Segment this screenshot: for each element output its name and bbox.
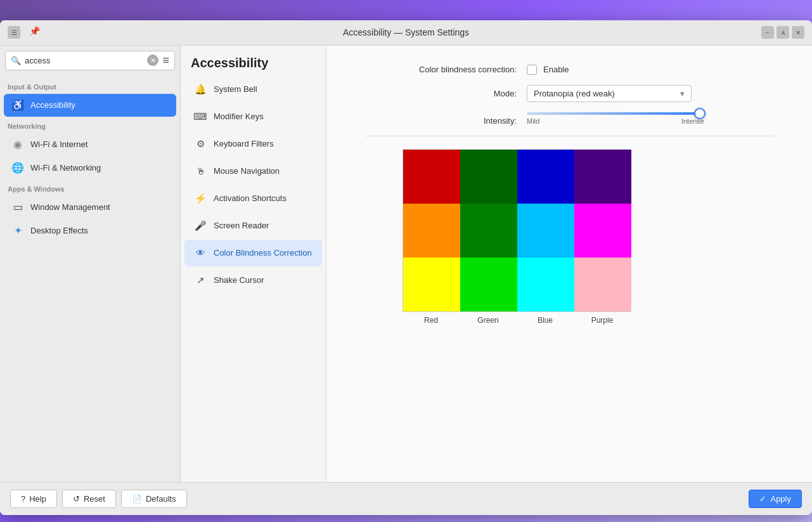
reset-button[interactable]: ↺ Reset bbox=[62, 490, 116, 508]
sidebar-item-accessibility[interactable]: ♿ Accessibility bbox=[4, 94, 176, 117]
middle-item-system-bell-label: System Bell bbox=[214, 84, 257, 94]
color-label-purple: Purple bbox=[574, 316, 631, 325]
accessibility-icon: ♿ bbox=[11, 99, 24, 112]
color-cell-blue-1 bbox=[517, 150, 574, 204]
color-cell-green-3 bbox=[460, 258, 517, 311]
slider-labels: Mild Intense bbox=[527, 117, 704, 125]
desktop-effects-icon: ✦ bbox=[11, 225, 24, 237]
sidebar-item-desktop-effects-label: Desktop Effects bbox=[30, 226, 88, 235]
color-cell-red-3 bbox=[403, 258, 460, 311]
intensity-slider[interactable] bbox=[527, 112, 704, 115]
middle-item-keyboard-filters[interactable]: ⚙ Keyboard Filters bbox=[184, 131, 322, 157]
color-blindness-correction-row: Color blindness correction: Enable bbox=[364, 65, 774, 75]
mode-label: Mode: bbox=[364, 89, 517, 98]
enable-checkbox[interactable] bbox=[527, 65, 537, 75]
color-cell-blue-3 bbox=[517, 258, 574, 311]
middle-item-mouse-navigation-label: Mouse Navigation bbox=[214, 166, 280, 176]
nav-section-networking: Networking bbox=[0, 117, 180, 133]
apply-icon: ✓ bbox=[759, 494, 766, 504]
sidebar-item-desktop-effects[interactable]: ✦ Desktop Effects bbox=[4, 219, 176, 242]
system-bell-icon: 🔔 bbox=[193, 82, 207, 96]
titlebar-controls: ☰ 📌 bbox=[8, 26, 40, 39]
color-cell-blue-2 bbox=[517, 204, 574, 258]
middle-item-color-blindness-label: Color Blindness Correction bbox=[214, 248, 312, 258]
search-input[interactable]: access bbox=[25, 56, 143, 65]
help-icon: ? bbox=[21, 494, 25, 504]
color-blindness-icon: 👁 bbox=[193, 246, 207, 260]
modifier-keys-icon: ⌨ bbox=[193, 110, 207, 124]
mode-dropdown-value: Protanopia (red weak) bbox=[534, 89, 615, 98]
sidebar-item-wifi-networking[interactable]: 🌐 Wi-Fi & Networking bbox=[4, 157, 176, 179]
pin-icon: 📌 bbox=[29, 26, 40, 39]
middle-item-activation-shortcuts-label: Activation Shortcuts bbox=[214, 193, 287, 203]
middle-item-screen-reader[interactable]: 🎤 Screen Reader bbox=[184, 212, 322, 239]
mouse-navigation-icon: 🖱 bbox=[193, 164, 207, 178]
bottom-bar: ? Help ↺ Reset 📄 Defaults ✓ Apply bbox=[0, 482, 812, 515]
apply-button[interactable]: ✓ Apply bbox=[749, 490, 802, 508]
middle-item-shake-cursor[interactable]: ↗ Shake Cursor bbox=[184, 267, 322, 294]
intensity-row: Intensity: Mild Intense bbox=[364, 112, 774, 126]
left-panel: 🔍 access ✕ ≡ Input & Output ♿ Accessibil… bbox=[0, 46, 181, 482]
mode-dropdown[interactable]: Protanopia (red weak) ▾ bbox=[527, 85, 692, 102]
nav-section-apps-windows: Apps & Windows bbox=[0, 180, 180, 195]
help-button[interactable]: ? Help bbox=[10, 490, 57, 508]
middle-item-activation-shortcuts[interactable]: ⚡ Activation Shortcuts bbox=[184, 185, 322, 212]
shake-cursor-icon: ↗ bbox=[193, 273, 207, 287]
color-blindness-correction-value: Enable bbox=[527, 65, 774, 75]
separator bbox=[364, 136, 774, 136]
intensity-min-label: Mild bbox=[527, 117, 539, 125]
color-cell-purple-2 bbox=[574, 204, 631, 258]
main-content: Color blindness correction: Enable Mode:… bbox=[326, 46, 812, 482]
defaults-label: Defaults bbox=[146, 494, 176, 504]
defaults-button[interactable]: 📄 Defaults bbox=[121, 490, 187, 508]
color-cell-green-1 bbox=[460, 150, 517, 204]
chevron-down-icon: ▾ bbox=[680, 89, 685, 98]
color-cell-purple-1 bbox=[574, 150, 631, 204]
middle-item-color-blindness[interactable]: 👁 Color Blindness Correction bbox=[184, 240, 322, 266]
maximize-button[interactable]: ∧ bbox=[777, 26, 789, 39]
intensity-label: Intensity: bbox=[364, 112, 517, 126]
sidebar-item-wifi-networking-label: Wi-Fi & Networking bbox=[30, 163, 101, 173]
middle-item-modifier-keys[interactable]: ⌨ Modifier Keys bbox=[184, 103, 322, 130]
sidebar-item-wifi-internet-label: Wi-Fi & Internet bbox=[30, 140, 87, 149]
close-button[interactable]: ✕ bbox=[792, 26, 804, 39]
search-menu-button[interactable]: ≡ bbox=[162, 54, 169, 67]
color-labels: Red Green Blue Purple bbox=[403, 316, 631, 325]
sidebar-item-accessibility-label: Accessibility bbox=[30, 100, 75, 110]
middle-item-keyboard-filters-label: Keyboard Filters bbox=[214, 139, 274, 148]
middle-items-list: 🔔 System Bell ⌨ Modifier Keys ⚙ Keyboard… bbox=[181, 75, 326, 482]
main-window: ☰ 📌 Accessibility — System Settings − ∧ … bbox=[0, 20, 812, 515]
main-inner: Color blindness correction: Enable Mode:… bbox=[326, 46, 812, 482]
titlebar: ☰ 📌 Accessibility — System Settings − ∧ … bbox=[0, 20, 812, 46]
color-cell-green-2 bbox=[460, 204, 517, 258]
color-label-red: Red bbox=[403, 316, 460, 325]
intensity-control: Mild Intense bbox=[527, 112, 774, 125]
minimize-button[interactable]: − bbox=[761, 26, 774, 39]
middle-item-mouse-navigation[interactable]: 🖱 Mouse Navigation bbox=[184, 158, 322, 185]
middle-panel: Accessibility 🔔 System Bell ⌨ Modifier K… bbox=[181, 46, 326, 482]
color-label-blue: Blue bbox=[517, 316, 574, 325]
slider-thumb bbox=[694, 108, 706, 119]
help-label: Help bbox=[29, 494, 46, 504]
menu-button[interactable]: ☰ bbox=[8, 26, 20, 39]
color-grid bbox=[403, 149, 631, 312]
wifi-icon: ◉ bbox=[11, 138, 24, 151]
reset-label: Reset bbox=[84, 494, 105, 504]
left-nav: Input & Output ♿ Accessibility Networkin… bbox=[0, 75, 180, 482]
middle-item-system-bell[interactable]: 🔔 System Bell bbox=[184, 76, 322, 103]
color-cell-purple-3 bbox=[574, 258, 631, 311]
search-clear-button[interactable]: ✕ bbox=[147, 55, 158, 66]
defaults-icon: 📄 bbox=[132, 494, 142, 504]
window-title: Accessibility — System Settings bbox=[343, 27, 469, 37]
screen-reader-icon: 🎤 bbox=[193, 219, 207, 233]
sidebar-item-window-management[interactable]: ▭ Window Management bbox=[4, 196, 176, 219]
mode-value: Protanopia (red weak) ▾ bbox=[527, 85, 774, 102]
keyboard-filters-icon: ⚙ bbox=[193, 137, 207, 151]
sidebar-item-wifi-internet[interactable]: ◉ Wi-Fi & Internet bbox=[4, 133, 176, 156]
apply-label: Apply bbox=[770, 494, 791, 504]
color-cell-red-1 bbox=[403, 150, 460, 204]
middle-panel-title: Accessibility bbox=[181, 46, 326, 75]
window-icon: ▭ bbox=[11, 201, 24, 214]
search-bar: 🔍 access ✕ ≡ bbox=[5, 51, 175, 70]
sidebar-item-window-management-label: Window Management bbox=[30, 202, 110, 212]
